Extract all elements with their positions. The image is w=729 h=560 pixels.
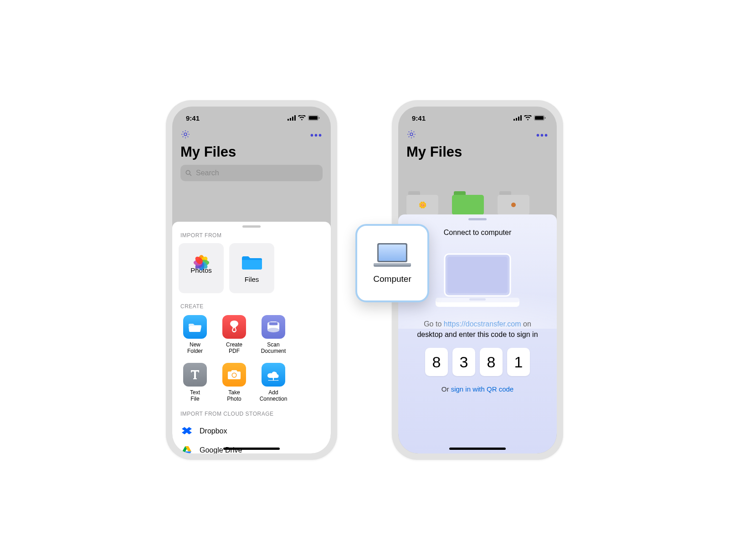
cloud-google-drive[interactable]: Google Drive [179,441,324,453]
svg-point-16 [232,373,236,377]
create-item-label: Text File [190,389,200,402]
svg-point-20 [268,380,270,381]
svg-rect-35 [447,257,508,293]
search-placeholder: Search [196,169,219,177]
scanner-icon [267,321,280,333]
svg-rect-6 [319,117,320,119]
code-digit: 3 [452,348,475,376]
svg-rect-32 [545,117,546,119]
folder-icon [498,191,529,215]
dropbox-icon [181,427,192,435]
create-take-photo[interactable]: Take Photo [220,363,249,402]
pdf-icon [228,320,240,334]
more-button[interactable]: ••• [310,130,323,141]
folder-icon [241,254,262,272]
status-bar: 9:41 [398,107,557,127]
laptop-outline-icon [432,251,523,311]
camera-icon [227,369,241,380]
svg-rect-27 [516,118,517,121]
svg-rect-2 [292,117,293,121]
home-indicator[interactable] [449,448,506,450]
sheet-grabber[interactable] [242,225,261,228]
create-section-label: CREATE [180,303,323,310]
svg-rect-31 [535,116,544,120]
cloud-item-label: Dropbox [200,427,227,435]
svg-line-9 [190,174,191,176]
app-header: ••• My Files [398,127,557,169]
svg-point-18 [273,377,274,378]
svg-point-8 [186,170,190,174]
import-sheet: IMPORT FROM [172,222,331,453]
search-input[interactable]: Search [180,165,323,181]
cloud-network-icon [266,369,281,381]
status-bar: 9:41 [172,107,331,127]
instruction-text: Go to https://docstransfer.com on deskto… [398,319,557,340]
cloud-dropbox[interactable]: Dropbox [179,422,324,441]
settings-button[interactable] [180,129,190,141]
import-photos[interactable]: Photos [179,243,224,293]
import-section-label: IMPORT FROM [180,232,323,239]
create-item-label: Take Photo [227,389,241,402]
code-digit: 8 [425,348,448,376]
create-scan-document[interactable]: Scan Document [259,315,288,355]
text-icon [189,369,201,381]
status-time: 9:41 [412,114,426,122]
create-add-connection[interactable]: Add Connection [259,363,288,402]
folder-icon: 🌼 [406,191,438,215]
svg-rect-1 [290,118,291,121]
folder-icon [452,191,484,215]
import-computer-label: Computer [373,274,411,284]
svg-point-7 [184,133,187,136]
sheet-grabber[interactable] [468,218,487,220]
app-header: ••• My Files Search [172,127,331,186]
create-new-folder[interactable]: New Folder [180,315,210,355]
create-text-file[interactable]: Text File [180,363,210,402]
svg-point-12 [267,328,279,332]
import-files[interactable]: Files [229,243,274,293]
wifi-icon [298,115,306,121]
transfer-link[interactable]: https://docstransfer.com [444,320,521,328]
svg-rect-0 [287,119,289,121]
alt-signin: Or sign in with QR code [398,385,557,393]
phone-left: 9:41 [166,100,337,460]
svg-rect-29 [520,115,522,121]
create-item-label: Create PDF [226,341,242,355]
svg-rect-28 [518,117,519,121]
svg-rect-26 [513,119,515,121]
svg-point-33 [410,133,413,136]
import-computer-callout[interactable]: Computer [355,224,429,302]
battery-icon [308,115,320,121]
status-icons [513,115,546,121]
svg-rect-25 [374,263,411,265]
create-item-label: Scan Document [261,341,286,355]
qr-signin-link[interactable]: sign in with QR code [451,385,514,393]
gear-icon [406,129,416,139]
status-icons [287,115,320,121]
more-button[interactable]: ••• [536,130,549,141]
svg-point-21 [277,380,279,381]
search-icon [185,169,192,177]
svg-rect-23 [379,244,406,261]
svg-rect-14 [269,322,277,325]
screen: 9:41 [172,107,331,453]
laptop-hero [427,251,528,311]
svg-rect-38 [469,298,486,300]
import-files-label: Files [245,275,259,283]
settings-button[interactable] [406,129,416,141]
wifi-icon [524,115,532,121]
battery-icon [534,115,546,121]
svg-rect-5 [309,116,318,120]
cellular-icon [287,115,296,121]
code-digit: 1 [507,348,530,376]
cloud-section-label: IMPORT FROM CLOUD STORAGE [180,411,323,417]
page-title: My Files [180,144,323,160]
cellular-icon [513,115,522,121]
code-display: 8 3 8 1 [398,348,557,376]
code-digit: 8 [480,348,503,376]
laptop-icon [373,242,412,268]
folder-preview: 🌼 [398,191,557,215]
create-item-label: New Folder [187,341,203,355]
sheet-title: Connect to computer [416,229,539,237]
create-pdf[interactable]: Create PDF [220,315,249,355]
home-indicator[interactable] [223,448,280,450]
